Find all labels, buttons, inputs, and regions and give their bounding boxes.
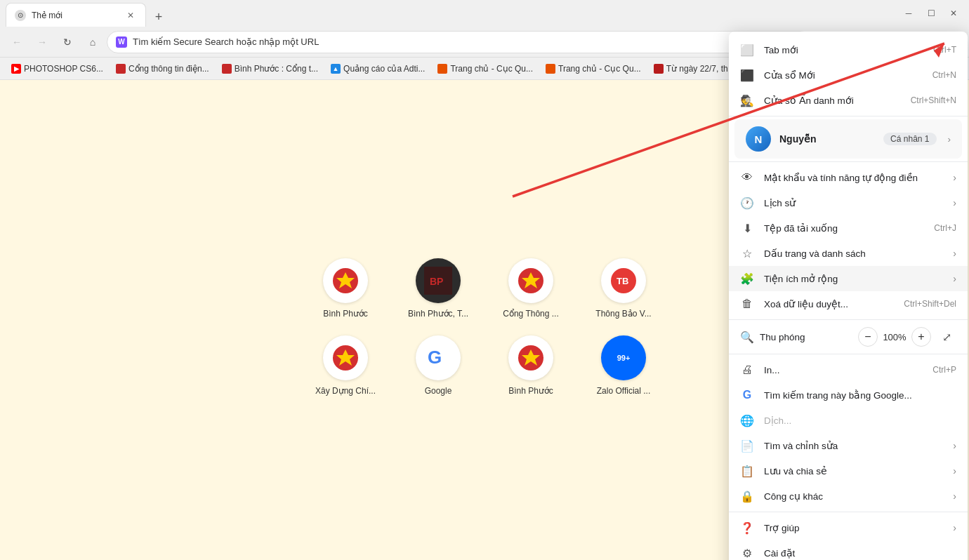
incognito-icon: 🕵 [740,94,754,107]
menu-item-clear-data[interactable]: 🗑 Xoá dữ liệu duyệt... Ctrl+Shift+Del [729,291,968,316]
profile-avatar-large: N [746,126,771,152]
menu-item-bookmarks[interactable]: ☆ Dấu trang và danh sách › [729,241,968,266]
menu-shortcut: Ctrl+P [932,365,956,375]
zoom-in-button[interactable]: + [911,327,931,347]
menu-label: Cửa sổ Mới [764,69,923,81]
zoom-out-button[interactable]: − [858,327,878,347]
menu-item-incognito[interactable]: 🕵 Cửa sổ Ẩn danh mới Ctrl+Shift+N [729,88,968,113]
window-controls: ─ ☐ ✕ [899,4,963,23]
menu-label: Lưu và chia sẻ [764,465,937,476]
menu-item-translate[interactable]: 🌐 Dịch... [729,408,968,433]
shortcut-label: Bình Phước [323,309,368,319]
menu-item-downloads[interactable]: ⬇ Tệp đã tải xuống Ctrl+J [729,215,968,241]
shortcut-thong-bao[interactable]: TB Thông Bảo V... [588,258,659,319]
new-tab-button[interactable]: + [149,7,169,27]
home-button[interactable]: ⌂ [81,31,104,53]
bookmark-item-photoshop[interactable]: ▶ PHOTOSHOP CS6... [6,62,109,75]
password-icon: 👁 [740,171,754,184]
minimize-button[interactable]: ─ [899,4,918,23]
tab-close-button[interactable]: ✕ [124,9,137,22]
menu-divider-3 [729,319,968,320]
address-bar[interactable]: W Tìm kiếm Secure Search hoặc nhập một U… [107,31,812,53]
menu-shortcut: Ctrl+Shift+Del [904,299,956,309]
maximize-button[interactable]: ☐ [921,4,941,23]
menu-item-find-edit[interactable]: 📄 Tìm và chỉnh sửa › [729,433,968,458]
settings-icon: ⚙ [740,547,754,560]
find-icon: 📄 [740,439,754,453]
shortcut-binh-phuoc-2[interactable]: Bình Phước [496,335,566,396]
shortcut-icon: BP [416,258,461,303]
svg-text:G: G [428,347,442,368]
tab-favicon: ⊙ [15,10,26,21]
shortcut-xay-dung[interactable]: Xây Dựng Chí... [310,335,381,396]
zoom-icon: 🔍 [740,331,754,344]
menu-divider [729,116,968,116]
menu-label: Trợ giúp [764,522,937,533]
menu-label: Mật khẩu và tính năng tự động điền [764,172,937,183]
extensions-icon: 🧩 [740,272,754,286]
bookmark-label: Cổng thông tin điện... [128,64,209,74]
shortcut-label: Bình Phước, T... [408,309,468,319]
menu-label: Cửa sổ Ẩn danh mới [764,95,901,106]
menu-item-passwords[interactable]: 👁 Mật khẩu và tính năng tự động điền › [729,165,968,190]
shortcut-binh-phuoc-t[interactable]: BP Bình Phước, T... [403,258,473,319]
shortcuts-grid: Bình Phước BP Bình Phước, T... Cổng Thôn… [310,258,659,396]
bookmark-favicon: ▶ [11,64,21,74]
menu-label: Dấu trang và danh sách [764,248,937,259]
menu-item-history[interactable]: 🕐 Lịch sử › [729,190,968,215]
menu-label: Công cụ khác [764,491,937,502]
menu-item-help[interactable]: ❓ Trợ giúp › [729,515,968,540]
tab-group: ⊙ Thẻ mới ✕ + [6,0,896,27]
forward-button[interactable]: → [31,31,53,53]
context-menu: ⬜ Tab mới Ctrl+T ⬛ Cửa sổ Mới Ctrl+N 🕵 C… [729,32,968,560]
close-button[interactable]: ✕ [944,4,963,23]
shortcut-label: Cổng Thông ... [503,309,559,319]
shortcut-zalo[interactable]: 99+ Zalo Official ... [588,335,659,396]
back-button[interactable]: ← [6,31,28,53]
fullscreen-button[interactable]: ⤢ [937,327,956,347]
menu-item-print[interactable]: 🖨 In... Ctrl+P [729,357,968,382]
menu-label: Xoá dữ liệu duyệt... [764,298,894,309]
bookmark-item-trangchu2[interactable]: Trang chủ - Cục Qu... [540,62,647,75]
svg-text:TB: TB [617,276,628,286]
active-tab[interactable]: ⊙ Thẻ mới ✕ [6,3,146,27]
zoom-controls: − 100% + [858,327,931,347]
shortcut-binh-phuoc-1[interactable]: Bình Phước [310,258,381,319]
shortcut-label: Google [425,386,452,396]
bookmark-label: PHOTOSHOP CS6... [24,64,103,74]
arrow-icon: › [953,491,956,502]
tab-icon: ⬜ [740,44,754,57]
menu-item-save-share[interactable]: 📋 Lưu và chia sẻ › [729,458,968,484]
bookmark-favicon [654,64,664,74]
bookmark-item-cong-thong-tin[interactable]: Cổng thông tin điện... [110,62,215,75]
arrow-icon: › [953,465,956,476]
menu-item-new-tab[interactable]: ⬜ Tab mới Ctrl+T [729,37,968,62]
menu-divider-2 [729,161,968,162]
reload-button[interactable]: ↻ [56,31,79,53]
shortcut-google[interactable]: G G Google [403,335,473,396]
zoom-value: 100% [881,332,909,342]
menu-item-extensions[interactable]: 🧩 Tiện ích mở rộng › [729,266,968,291]
bookmark-favicon [546,64,555,74]
shortcut-label: Bình Phước [508,386,553,396]
shortcut-icon [508,258,553,303]
window-icon: ⬛ [740,69,754,82]
bookmark-item-trangchu1[interactable]: Trang chủ - Cục Qu... [432,62,539,75]
tools-icon: 🔒 [740,490,754,503]
arrow-icon: › [953,273,956,284]
menu-item-new-window[interactable]: ⬛ Cửa sổ Mới Ctrl+N [729,62,968,88]
menu-label: Tab mới [764,44,923,55]
menu-shortcut: Ctrl+N [932,70,956,80]
menu-divider-5 [729,512,968,512]
trash-icon: 🗑 [740,298,754,310]
menu-profile-section[interactable]: N Nguyễn Cá nhân 1 › [734,119,962,159]
bookmark-item-binh-phuoc[interactable]: Bình Phước : Cổng t... [216,62,324,75]
menu-item-tools[interactable]: 🔒 Công cụ khác › [729,484,968,509]
google-icon: G [740,389,754,401]
profile-name: Nguyễn [779,133,875,145]
menu-item-settings[interactable]: ⚙ Cài đặt [729,540,968,560]
bookmark-item-quangcao[interactable]: ▲ Quảng cáo của Adti... [325,62,430,75]
address-favicon: W [116,36,127,48]
shortcut-cong-thong[interactable]: Cổng Thông ... [496,258,566,319]
menu-item-find-google[interactable]: G Tìm kiếm trang này bằng Google... [729,382,968,408]
